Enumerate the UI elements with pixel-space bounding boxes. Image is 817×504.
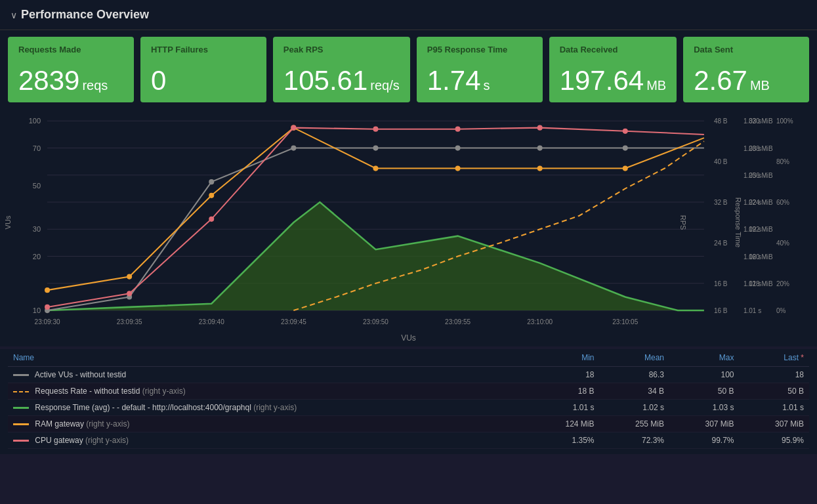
- metrics-row: Requests Made 2839reqs HTTP Failures 0 P…: [0, 30, 817, 109]
- legend-min: 18: [530, 367, 599, 383]
- legend-max: 99.7%: [669, 432, 739, 449]
- svg-text:128 MiB: 128 MiB: [749, 280, 773, 287]
- svg-text:23:09:30: 23:09:30: [35, 318, 60, 326]
- metric-value: 1.74s: [427, 67, 532, 94]
- svg-point-51: [209, 179, 214, 184]
- col-min: Min: [530, 349, 599, 367]
- metric-value: 105.61req/s: [283, 67, 400, 94]
- legend-last: 18: [739, 367, 809, 383]
- legend-row: Requests Rate - without testid (right y-…: [8, 383, 809, 400]
- legend-name: Response Time (avg) - - default - http:/…: [8, 400, 530, 416]
- metric-label: Data Received: [560, 45, 666, 54]
- legend-min: 1.35%: [530, 432, 599, 449]
- svg-point-54: [455, 145, 461, 150]
- svg-text:40%: 40%: [776, 240, 789, 247]
- legend-last: 1.01 s: [739, 400, 809, 416]
- svg-text:20%: 20%: [776, 280, 789, 287]
- legend-mean: 34 B: [600, 383, 669, 400]
- svg-point-65: [45, 304, 50, 310]
- metric-label: HTTP Failures: [151, 45, 256, 54]
- svg-text:40 B: 40 B: [714, 158, 728, 165]
- legend-row: CPU gateway (right y-axis) 1.35% 72.3% 9…: [8, 432, 809, 449]
- svg-point-61: [373, 165, 378, 171]
- svg-text:23:10:05: 23:10:05: [612, 318, 638, 326]
- svg-text:1.01 s: 1.01 s: [744, 307, 761, 314]
- x-axis-label: VUs: [8, 331, 809, 346]
- legend-max: 307 MiB: [669, 416, 739, 432]
- svg-point-56: [623, 145, 628, 150]
- metric-label: P95 Response Time: [427, 45, 532, 54]
- main-chart: 100 70 50 30 20 10 48 B 40 B 32 B 24 B 1…: [8, 114, 809, 331]
- metric-value: 2.67MB: [694, 67, 799, 94]
- svg-text:30: 30: [33, 225, 41, 233]
- svg-text:16 B: 16 B: [714, 307, 728, 314]
- svg-point-72: [623, 129, 628, 134]
- svg-text:16 B: 16 B: [714, 280, 728, 287]
- legend-name: RAM gateway (right y-axis): [8, 416, 530, 432]
- svg-point-62: [455, 165, 461, 171]
- metric-value: 197.64MB: [560, 67, 666, 94]
- svg-point-68: [291, 125, 296, 131]
- legend-name: CPU gateway (right y-axis): [8, 432, 530, 449]
- metric-card-0: Requests Made 2839reqs: [8, 37, 134, 102]
- legend-max: 50 B: [669, 383, 739, 400]
- legend-max: 1.03 s: [669, 400, 739, 416]
- metric-label: Requests Made: [18, 45, 123, 54]
- legend-name: Active VUs - without testid: [8, 367, 530, 383]
- legend-row: Active VUs - without testid 18 86.3 100 …: [8, 367, 809, 383]
- legend-last: 50 B: [739, 383, 809, 400]
- svg-point-69: [373, 127, 378, 132]
- col-max: Max: [669, 349, 739, 367]
- metric-value: 0: [151, 67, 256, 94]
- svg-text:10: 10: [33, 306, 41, 314]
- svg-text:160 MiB: 160 MiB: [749, 253, 773, 261]
- chevron-icon: ∨: [10, 10, 17, 20]
- svg-text:70: 70: [33, 144, 41, 152]
- col-mean: Mean: [600, 349, 669, 367]
- svg-text:0%: 0%: [776, 307, 786, 314]
- metric-card-3: P95 Response Time 1.74s: [417, 37, 543, 102]
- svg-point-59: [209, 193, 214, 198]
- svg-text:192 MiB: 192 MiB: [749, 226, 773, 233]
- metric-value: 2839reqs: [18, 67, 123, 94]
- legend-last: 95.9%: [739, 432, 809, 449]
- legend-mean: 72.3%: [600, 432, 669, 449]
- legend-mean: 1.02 s: [600, 400, 669, 416]
- legend-last: 307 MiB: [739, 416, 809, 432]
- svg-text:100%: 100%: [776, 117, 793, 125]
- svg-point-63: [537, 165, 543, 171]
- svg-text:48 B: 48 B: [714, 117, 728, 125]
- svg-point-55: [537, 145, 543, 150]
- legend-table: Name Min Mean Max Last * Active VUs - wi…: [8, 349, 809, 449]
- svg-point-66: [127, 291, 132, 296]
- metric-label: Peak RPS: [283, 45, 400, 54]
- metric-card-2: Peak RPS 105.61req/s: [273, 37, 410, 102]
- header: ∨ Performance Overview: [0, 0, 817, 30]
- legend-min: 18 B: [530, 383, 599, 400]
- svg-text:288 MiB: 288 MiB: [749, 145, 773, 152]
- legend-name: Requests Rate - without testid (right y-…: [8, 383, 530, 400]
- page-title: Performance Overview: [21, 8, 149, 22]
- svg-text:23:09:50: 23:09:50: [363, 318, 388, 326]
- col-name: Name: [8, 349, 530, 367]
- metric-card-1: HTTP Failures 0: [140, 37, 266, 102]
- svg-text:256 MiB: 256 MiB: [749, 172, 773, 179]
- y-axis-label-rps: RPS: [680, 215, 688, 230]
- chart-container: VUs RPS Response Time 100 70 50 30 20 10…: [8, 114, 809, 331]
- svg-text:23:09:55: 23:09:55: [445, 318, 471, 326]
- svg-text:224 MiB: 224 MiB: [749, 199, 773, 206]
- metric-card-5: Data Sent 2.67MB: [683, 37, 809, 102]
- svg-point-70: [455, 127, 461, 132]
- svg-point-67: [209, 217, 214, 222]
- svg-point-52: [291, 145, 296, 150]
- svg-text:50: 50: [33, 182, 41, 190]
- y-axis-label-rt: Response Time: [734, 198, 742, 247]
- svg-text:320 MiB: 320 MiB: [749, 117, 773, 125]
- svg-text:32 B: 32 B: [714, 199, 728, 206]
- svg-point-64: [623, 165, 628, 171]
- legend-row: Response Time (avg) - - default - http:/…: [8, 400, 809, 416]
- metric-card-4: Data Received 197.64MB: [549, 37, 677, 102]
- legend-max: 100: [669, 367, 739, 383]
- svg-text:20: 20: [33, 253, 41, 261]
- svg-point-71: [537, 125, 543, 131]
